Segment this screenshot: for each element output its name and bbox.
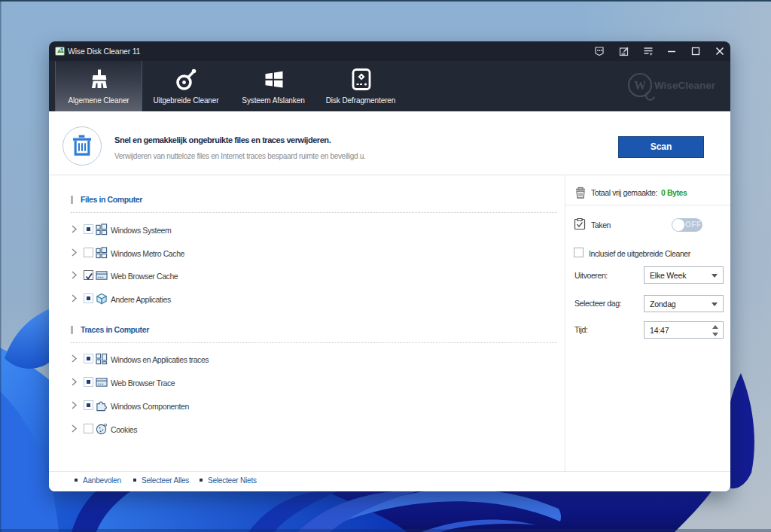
svg-text:WiseCleaner: WiseCleaner bbox=[654, 80, 715, 91]
svg-text:W: W bbox=[634, 79, 646, 92]
